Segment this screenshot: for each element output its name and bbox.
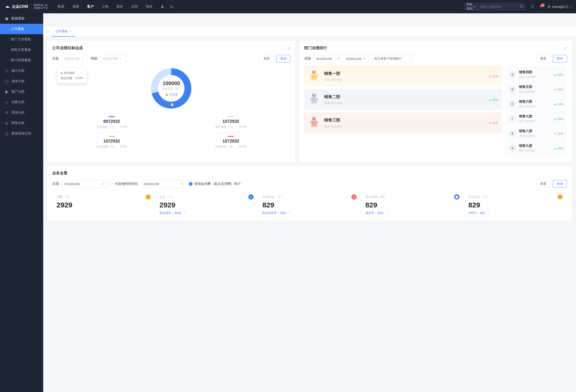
tile-label: 消费（元） (57, 195, 72, 199)
nav-6[interactable]: 报名 (146, 4, 153, 9)
svg-line-2 (522, 7, 523, 8)
search-icon[interactable] (520, 5, 523, 9)
sidebar-icon: ◫ (5, 132, 8, 135)
sidebar-item-0[interactable]: ▽漏斗分析 (0, 65, 43, 76)
rank-name: 销售三部 (324, 117, 486, 123)
stat-mode-select[interactable]: 按工单客户经理统计▾ (372, 55, 413, 62)
query-button[interactable]: 查询 (553, 55, 567, 62)
sidebar-icon: ◯ (5, 79, 8, 83)
rank-name: 销售六部 (519, 99, 551, 104)
svg-point-1 (520, 5, 522, 7)
mobile-icon[interactable] (531, 5, 534, 9)
sidebar-sub-3[interactable]: 客户经理看板 (0, 55, 43, 65)
help-icon[interactable]: ? (184, 211, 185, 215)
target-donut-chart: 1072932 所占比例：70.9% 100000 目标总量（元） 👍已达成 (52, 66, 290, 109)
rank-change: ▾ 12% (489, 121, 498, 125)
nav-4[interactable]: 财务 (116, 4, 123, 9)
expand-icon[interactable]: ⤢ (564, 46, 567, 50)
user-icon[interactable] (161, 5, 164, 9)
rank-name: 销售七部 (519, 114, 551, 119)
sidebar-item-4[interactable]: ⚲渠道分析 (0, 107, 43, 118)
sidebar-item-5[interactable]: ◎销售分析 (0, 118, 43, 128)
donut-total: 100000 (162, 80, 180, 87)
reset-button[interactable]: 重置 (536, 180, 550, 188)
cloud-icon (4, 4, 10, 9)
rank-row: 7 销售七部 流水 ¥19020 ▴ 10% (505, 111, 567, 126)
stat-bar (109, 136, 115, 137)
rank-change: ▴ 10% (489, 98, 498, 101)
nav-1[interactable]: 线索 (72, 4, 79, 9)
sidebar-sub-1[interactable]: 推广主管看板 (0, 34, 43, 45)
help-icon[interactable]: ? (289, 211, 291, 215)
rank-row: 8 销售八部 流水 ¥19020 ▾ 12% (505, 126, 567, 141)
sidebar-group-data-board[interactable]: ▦数据看板 ˄ (0, 13, 43, 24)
tile-subtext: ARPU：¥80 ? (468, 211, 563, 215)
tab-company-board[interactable]: 公司看板 ✕ (52, 27, 75, 37)
tile-subtext: 成交率：80% ? (365, 211, 460, 215)
dashboard-icon: ▦ (5, 17, 8, 20)
nav-5[interactable]: 运营 (131, 4, 138, 9)
medal-icon: 3 (308, 117, 320, 129)
compare-checkbox[interactable]: 与其他时间对比 (110, 182, 138, 186)
stat-cell-1: 1072932 未完成量（元）|20.9% (171, 113, 290, 133)
help-icon[interactable]: ? (488, 211, 489, 215)
date-picker-1[interactable]: 2018/01/08🗓 (62, 180, 107, 188)
period-label: 周期 (91, 57, 97, 61)
phone-icon[interactable] (170, 5, 173, 9)
menu-toggle-icon[interactable]: ☰ (46, 30, 49, 33)
achieved-badge: 👍已达成 (162, 92, 180, 96)
sidebar-sub-2[interactable]: 销售主管看板 (0, 45, 43, 55)
search-box: 手机号码▾ (464, 3, 526, 11)
date-range-picker[interactable]: 2018/01/08 至 2018/01/08 🗓 (314, 55, 369, 62)
user-menu[interactable]: manager11 ▾ (548, 5, 572, 8)
reset-button[interactable]: 重置 (259, 55, 274, 62)
sidebar: ▦数据看板 ˄ 公司看板推广主管看板销售主管看板客户经理看板 ▽漏斗分析◯成本分… (0, 13, 43, 225)
rank-sub: 流水 ¥19020 (519, 105, 551, 109)
reset-button[interactable]: 重置 (536, 55, 550, 62)
sidebar-item-2[interactable]: ◧推广分析 (0, 87, 43, 97)
help-icon[interactable]: ? (386, 211, 388, 215)
date-picker-2[interactable]: 2018/01/08🗓 (141, 180, 186, 188)
main-area: ☰ 公司看板 ✕ 公司业绩目标达成 ⤢ 目标 请选择目标▾ 周期 请选择周期▾ … (43, 13, 576, 225)
rank-number: 9 (509, 145, 516, 151)
close-icon[interactable]: ✕ (70, 30, 72, 33)
nav-3[interactable]: 公海 (102, 4, 109, 9)
overview-tile-3: 成交单数（单） 📄 829成交率：80% ? (361, 193, 464, 216)
checkbox-unchecked (110, 182, 113, 185)
tile-value: 2929 (160, 201, 254, 209)
overview-tile-0: 消费（元） 💰 2929 (52, 193, 155, 216)
stat-value: 1072932 (54, 139, 170, 144)
stat-bar (228, 116, 234, 117)
sidebar-item-3[interactable]: ◇访客分析 (0, 97, 43, 107)
nav-0[interactable]: 数据 (58, 4, 64, 9)
rank-name: 销售八部 (519, 129, 551, 133)
tile-label: 机会（个） (160, 195, 175, 199)
cash-stat-checkbox[interactable]: ✓ 按现金消费（返点后消费）统计 (189, 182, 241, 186)
search-type-select[interactable]: 手机号码▾ (466, 2, 478, 11)
rank-number: 8 (509, 130, 516, 137)
rank-change: ▴ 10% (554, 73, 563, 77)
query-button[interactable]: 查询 (553, 180, 567, 188)
stat-value: 8972932 (54, 119, 170, 124)
rank-change: ▾ 12% (554, 132, 563, 135)
sidebar-item-1[interactable]: ◯成本分析 (0, 76, 43, 87)
period-select[interactable]: 请选择周期▾ (100, 55, 126, 62)
sidebar-icon: ⚲ (5, 111, 8, 115)
nav-2[interactable]: 客户 (87, 4, 94, 9)
expand-icon[interactable]: ⤢ (287, 46, 290, 50)
rank-name: 销售一部 (324, 71, 486, 76)
notification-icon[interactable]: 5 (539, 5, 543, 9)
nav-extra-icons (161, 5, 173, 9)
rank-sub: 流水 ¥10,900 (324, 124, 486, 128)
target-select[interactable]: 请选择目标▾ (62, 55, 88, 62)
checkbox-checked: ✓ (189, 182, 192, 185)
sidebar-sub-0[interactable]: 公司看板 (0, 24, 43, 34)
stat-cell-2: 1072932 应完成量（元）|8.9% (52, 133, 171, 152)
notification-badge: 5 (541, 3, 545, 7)
sidebar-item-6[interactable]: ◫数据流转记录 (0, 128, 43, 139)
rank-change: ▾ 12% (489, 75, 498, 78)
search-input[interactable] (480, 5, 520, 8)
logo-text: 云朵CRM (12, 4, 28, 9)
query-button[interactable]: 查询 (276, 55, 290, 62)
overview-tile-2: 有效机会（个） 🛡 829机会有效率：80% ? (258, 193, 361, 216)
